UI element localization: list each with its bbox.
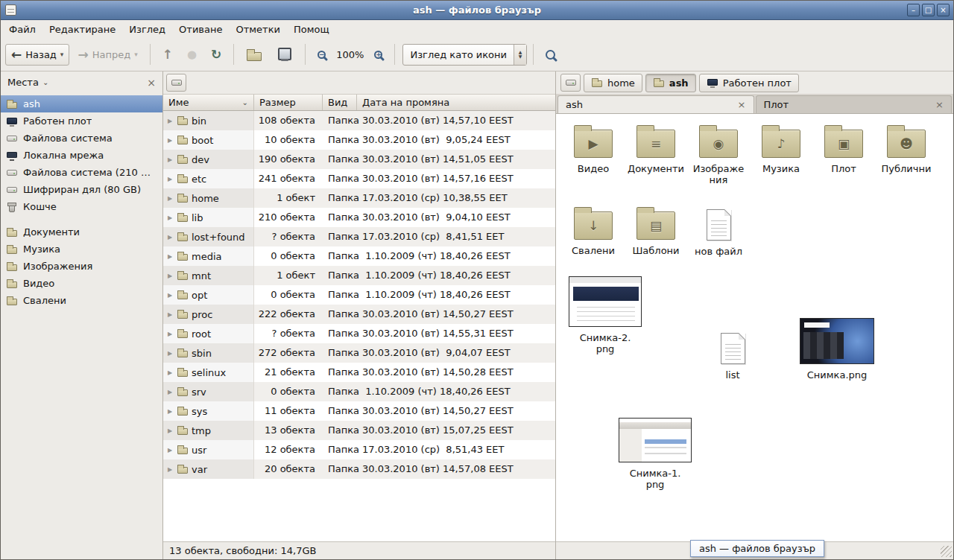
sidebar-item[interactable]: ash — [1, 95, 162, 112]
reload-button[interactable]: ↻ — [205, 44, 227, 66]
file-row[interactable]: ▶ dev 190 обекта Папка 30.03.2010 (вт) 1… — [163, 150, 555, 169]
file-row[interactable]: ▶ lost+found ? обекта Папка 17.03.2010 (… — [163, 227, 555, 246]
expander-icon[interactable]: ▶ — [166, 350, 174, 357]
sidebar-item[interactable]: Файлова система — [1, 130, 162, 147]
column-header-name[interactable]: Име ⌄ — [163, 95, 254, 110]
icon-view-item[interactable]: ▣ Плот — [812, 123, 875, 185]
file-row[interactable]: ▶ boot 10 обекта Папка 30.03.2010 (вт) 9… — [163, 130, 555, 150]
column-header-size[interactable]: Размер — [254, 95, 323, 110]
expander-icon[interactable]: ▶ — [166, 331, 174, 337]
home-button[interactable] — [240, 43, 268, 66]
expander-icon[interactable]: ▶ — [166, 234, 174, 241]
file-row[interactable]: ▶ tmp 13 обекта Папка 30.03.2010 (вт) 15… — [163, 421, 555, 440]
path-button[interactable]: ash — [645, 74, 696, 92]
sidebar-item[interactable]: Файлова система (210 MB) — [1, 164, 162, 181]
zoom-out-button[interactable]: − — [312, 46, 332, 63]
path-button[interactable]: Работен плот — [699, 74, 799, 92]
menu-item[interactable]: Помощ — [287, 20, 336, 38]
expander-icon[interactable]: ▶ — [166, 408, 174, 415]
stop-button[interactable]: ● — [181, 45, 203, 65]
sidebar-item[interactable]: Работен плот — [1, 112, 162, 130]
file-row[interactable]: ▶ var 20 обекта Папка 30.03.2010 (вт) 14… — [163, 459, 555, 479]
expander-icon[interactable]: ▶ — [166, 195, 174, 202]
column-header-date[interactable]: Дата на промяна — [357, 95, 555, 110]
sidebar-item[interactable]: Шифриран дял (80 GB) — [1, 181, 162, 198]
expander-icon[interactable]: ▶ — [166, 311, 174, 318]
icon-view-item[interactable]: Снимка-1.png — [614, 418, 696, 490]
maximize-button[interactable]: □ — [922, 4, 935, 16]
icon-view-item[interactable]: Снимка.png — [796, 318, 878, 381]
up-button[interactable]: ↑ — [157, 44, 179, 66]
icon-view-item[interactable]: ≡ Документи — [625, 123, 687, 185]
file-row[interactable]: ▶ opt 0 обекта Папка 1.10.2009 (чт) 18,4… — [163, 285, 555, 305]
close-button[interactable]: × — [937, 4, 950, 16]
icon-view-item[interactable]: ▶ Видео — [562, 123, 625, 185]
icon-view-item[interactable]: нов файл — [687, 205, 750, 257]
expander-icon[interactable]: ▶ — [166, 427, 174, 434]
icon-view-item[interactable]: ☻ Публични — [875, 123, 938, 185]
file-row[interactable]: ▶ sbin 272 обекта Папка 30.03.2010 (вт) … — [163, 343, 555, 363]
icon-view-item[interactable]: Снимка-2.png — [564, 276, 646, 354]
expander-icon[interactable]: ▶ — [166, 253, 174, 260]
view-mode-select[interactable]: Изглед като икони ▲▼ — [402, 44, 527, 66]
file-row[interactable]: ▶ usr 12 обекта Папка 17.03.2010 (ср) 8,… — [163, 440, 555, 459]
sidebar-item[interactable]: Кошче — [1, 198, 162, 215]
menu-item[interactable]: Изглед — [122, 20, 172, 38]
expander-icon[interactable]: ▶ — [166, 273, 174, 279]
file-row[interactable]: ▶ bin 108 обекта Папка 30.03.2010 (вт) 1… — [163, 111, 555, 130]
file-row[interactable]: ▶ mnt 1 обект Папка 1.10.2009 (чт) 18,40… — [163, 266, 555, 285]
file-row[interactable]: ▶ etc 241 обекта Папка 30.03.2010 (вт) 1… — [163, 169, 555, 188]
sidebar-item[interactable]: Видео — [1, 275, 162, 292]
zoom-in-button[interactable]: + — [368, 46, 388, 63]
icon-view-item[interactable]: ◉ Изображения — [687, 123, 750, 185]
menu-item[interactable]: Отиване — [172, 20, 229, 38]
back-button[interactable]: ← Назад ▾ — [5, 44, 69, 66]
sidebar-item[interactable]: Музика — [1, 241, 162, 258]
forward-button[interactable]: → Напред ▾ — [72, 44, 143, 66]
expander-icon[interactable]: ▶ — [166, 214, 174, 221]
file-row[interactable]: ▶ proc 222 обекта Папка 30.03.2010 (вт) … — [163, 305, 555, 324]
icon-view-item[interactable]: list — [692, 328, 774, 381]
file-row[interactable]: ▶ lib 210 обекта Папка 30.03.2010 (вт) 9… — [163, 208, 555, 227]
file-row[interactable]: ▶ media 0 обекта Папка 1.10.2009 (чт) 18… — [163, 246, 555, 266]
expander-icon[interactable]: ▶ — [166, 292, 174, 299]
expander-icon[interactable]: ▶ — [166, 156, 174, 163]
expander-icon[interactable]: ▶ — [166, 118, 174, 124]
sidebar-item[interactable]: Локална мрежа — [1, 147, 162, 164]
file-row[interactable]: ▶ home 1 обект Папка 17.03.2010 (ср) 10,… — [163, 188, 555, 208]
titlebar[interactable]: ash — файлов браузър – □ × — [1, 1, 953, 20]
location-root-button[interactable] — [166, 74, 186, 92]
expander-icon[interactable]: ▶ — [166, 389, 174, 395]
icon-canvas[interactable]: ▶ Видео ≡ Документи — [556, 114, 953, 541]
icon-view-item[interactable]: ♪ Музика — [750, 123, 812, 185]
file-row[interactable]: ▶ srv 0 обекта Папка 1.10.2009 (чт) 18,4… — [163, 382, 555, 401]
path-root-button[interactable] — [560, 74, 581, 92]
expander-icon[interactable]: ▶ — [166, 447, 174, 454]
file-row[interactable]: ▶ selinux 21 обекта Папка 30.03.2010 (вт… — [163, 363, 555, 382]
icon-view-item[interactable]: ▤ Шаблони — [625, 205, 687, 257]
expander-icon[interactable]: ▶ — [166, 137, 174, 144]
back-dropdown-icon[interactable]: ▾ — [60, 51, 64, 58]
resize-grip[interactable] — [941, 546, 952, 557]
path-button[interactable]: home — [584, 74, 642, 92]
menu-item[interactable]: Отметки — [229, 20, 286, 38]
expander-icon[interactable]: ▶ — [166, 369, 174, 376]
search-button[interactable] — [540, 45, 561, 64]
menu-item[interactable]: Редактиране — [42, 20, 122, 38]
minimize-button[interactable]: – — [907, 4, 920, 16]
sidebar-close-icon[interactable]: × — [147, 77, 156, 88]
menu-item[interactable]: Файл — [2, 20, 42, 38]
file-row[interactable]: ▶ root ? обекта Папка 30.03.2010 (вт) 14… — [163, 324, 555, 343]
sidebar-item[interactable]: Изображения — [1, 258, 162, 275]
tab-close-icon[interactable]: × — [738, 100, 746, 109]
sidebar-item[interactable]: Документи — [1, 223, 162, 241]
icon-view-item[interactable]: ↓ Свалени — [562, 205, 625, 257]
expander-icon[interactable]: ▶ — [166, 176, 174, 182]
computer-button[interactable] — [271, 43, 299, 66]
expander-icon[interactable]: ▶ — [166, 466, 174, 473]
tab-close-icon[interactable]: × — [935, 100, 944, 109]
column-header-type[interactable]: Вид — [323, 95, 357, 110]
sidebar-item[interactable]: Свалени — [1, 292, 162, 309]
tab[interactable]: Плот × — [756, 95, 953, 113]
file-row[interactable]: ▶ sys 11 обекта Папка 30.03.2010 (вт) 14… — [163, 401, 555, 421]
